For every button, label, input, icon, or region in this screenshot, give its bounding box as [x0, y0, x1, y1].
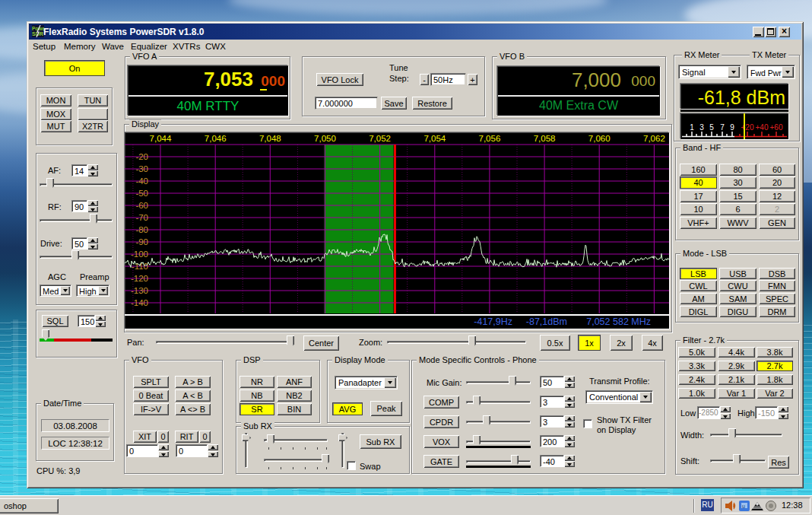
- svg-text:7,062: 7,062: [643, 134, 665, 143]
- svg-text:-70: -70: [135, 213, 148, 222]
- svg-text:-120: -120: [131, 274, 148, 283]
- svg-text:-80: -80: [135, 225, 148, 234]
- svg-text:7,052: 7,052: [369, 134, 391, 143]
- svg-text:-20: -20: [135, 152, 148, 161]
- svg-text:7,052 582 MHz: 7,052 582 MHz: [586, 316, 651, 327]
- svg-text:+20: +20: [741, 123, 754, 132]
- svg-text:-417,9Hz: -417,9Hz: [474, 316, 512, 327]
- svg-text:-40: -40: [135, 176, 148, 186]
- svg-text:9: 9: [730, 123, 734, 132]
- svg-text:-87,1dBm: -87,1dBm: [526, 316, 567, 327]
- svg-text:u: u: [742, 504, 745, 509]
- svg-text:+60: +60: [770, 123, 783, 132]
- svg-text:1: 1: [690, 123, 694, 132]
- svg-text:7,056: 7,056: [479, 134, 501, 143]
- svg-text:-140: -140: [131, 298, 148, 307]
- svg-text:7,054: 7,054: [423, 134, 446, 143]
- svg-text:-30: -30: [135, 164, 148, 173]
- svg-text:7,060: 7,060: [588, 134, 611, 143]
- svg-text:3: 3: [699, 123, 704, 132]
- svg-text:5: 5: [709, 123, 714, 132]
- svg-text:7,048: 7,048: [259, 134, 281, 143]
- svg-text:7,058: 7,058: [534, 134, 556, 143]
- svg-text:-100: -100: [131, 250, 148, 259]
- svg-text:7,050: 7,050: [314, 134, 336, 143]
- svg-text:7,046: 7,046: [205, 134, 227, 143]
- svg-text:-50: -50: [135, 189, 148, 198]
- svg-text:7,044: 7,044: [150, 134, 172, 143]
- svg-text:-130: -130: [131, 286, 148, 295]
- svg-text:7: 7: [720, 123, 725, 132]
- svg-text:-90: -90: [135, 237, 148, 246]
- svg-text:-60: -60: [135, 201, 148, 210]
- svg-text:+40: +40: [756, 123, 769, 132]
